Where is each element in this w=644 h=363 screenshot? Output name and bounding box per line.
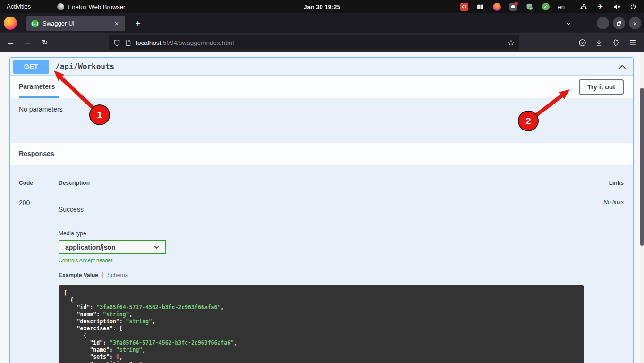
flame-app-icon[interactable] bbox=[493, 3, 501, 11]
endpoint-path: /api/Workouts bbox=[55, 62, 618, 71]
url-path: :5094/swagger/index.html bbox=[161, 39, 234, 46]
tracking-protection-shield-icon[interactable] bbox=[113, 39, 120, 46]
tab-schema[interactable]: Schema bbox=[107, 272, 128, 278]
tab-swagger-ui[interactable]: {…} Swagger UI × bbox=[26, 16, 125, 31]
updates-ready-icon[interactable]: ✓ bbox=[542, 2, 550, 11]
annotation-step-2: 2 bbox=[518, 111, 539, 131]
discord-icon[interactable] bbox=[509, 3, 517, 11]
page-info-icon[interactable] bbox=[125, 39, 131, 46]
back-button[interactable]: ← bbox=[5, 36, 17, 49]
discord-notification-badge bbox=[515, 2, 518, 5]
window-minimize-button[interactable]: – bbox=[597, 17, 609, 29]
pocket-icon[interactable] bbox=[576, 36, 588, 49]
example-code: [ { "id": "3fa85f64-5717-4562-b3fc-2c963… bbox=[59, 285, 584, 363]
tab-example-value[interactable]: Example Value bbox=[59, 272, 98, 278]
example-schema-tabs: Example Value Schema bbox=[59, 272, 584, 278]
bookmark-star-icon[interactable]: ☆ bbox=[508, 38, 515, 48]
firefox-logo-icon bbox=[4, 17, 17, 30]
tab-parameters[interactable]: Parameters bbox=[19, 83, 55, 90]
hamburger-menu-icon[interactable]: ☰ bbox=[627, 36, 639, 49]
responses-section-header: Responses bbox=[10, 143, 633, 165]
swagger-favicon: {…} bbox=[31, 20, 39, 27]
response-code: 200 bbox=[19, 193, 59, 363]
url-host: localhost bbox=[136, 39, 161, 46]
new-tab-button[interactable]: + bbox=[131, 17, 144, 30]
list-all-tabs-icon[interactable] bbox=[562, 17, 575, 30]
network-icon[interactable] bbox=[579, 2, 588, 11]
parameters-section-header: Parameters Try it out bbox=[10, 76, 633, 98]
response-description-cell: Success Media type application/json Cont… bbox=[59, 193, 584, 363]
volume-icon[interactable] bbox=[612, 2, 621, 11]
media-type-label: Media type bbox=[59, 230, 584, 237]
tab-close-icon[interactable]: × bbox=[112, 19, 121, 28]
responses-title: Responses bbox=[19, 150, 54, 157]
opblock-get-workouts: GET /api/Workouts Parameters Try it out … bbox=[9, 57, 634, 363]
airplane-mode-icon[interactable]: ✈ bbox=[596, 2, 604, 11]
accept-header-hint: Controls Accept header. bbox=[59, 258, 584, 263]
shield-check-icon[interactable] bbox=[525, 2, 534, 11]
column-header-links: Links bbox=[584, 180, 624, 193]
book-app-icon[interactable] bbox=[476, 2, 485, 11]
responses-table-header: Code Description Links bbox=[19, 180, 624, 193]
reload-button[interactable]: ↻ bbox=[39, 36, 51, 49]
media-type-value: application/json bbox=[65, 243, 116, 251]
select-chevron-icon bbox=[154, 245, 160, 249]
tab-divider bbox=[102, 272, 103, 278]
media-type-select[interactable]: application/json bbox=[59, 240, 166, 254]
page-scrollbar[interactable] bbox=[640, 52, 644, 363]
extensions-puzzle-icon[interactable] bbox=[609, 36, 621, 49]
discord-face bbox=[511, 5, 515, 8]
scrollbar-thumb[interactable] bbox=[640, 88, 644, 246]
operation-summary[interactable]: GET /api/Workouts bbox=[10, 58, 633, 76]
try-it-out-button[interactable]: Try it out bbox=[579, 79, 624, 95]
annotation-step-1: 1 bbox=[89, 104, 110, 125]
browser-navigation-bar: ← → ↻ localhost:5094/swagger/index.html … bbox=[0, 33, 644, 52]
forward-button[interactable]: → bbox=[22, 36, 34, 49]
url-bar[interactable]: localhost:5094/swagger/index.html ☆ bbox=[109, 35, 519, 50]
keyboard-layout-indicator[interactable]: en bbox=[558, 3, 565, 10]
column-header-code: Code bbox=[19, 180, 59, 193]
response-row-200: 200 Success Media type application/json … bbox=[19, 193, 624, 363]
code-app-icon[interactable] bbox=[460, 3, 468, 11]
swagger-page: GET /api/Workouts Parameters Try it out … bbox=[0, 52, 644, 363]
active-tab-underline bbox=[19, 96, 59, 98]
http-method-badge[interactable]: GET bbox=[13, 60, 49, 74]
column-header-description: Description bbox=[59, 180, 584, 193]
response-links: No links bbox=[584, 193, 624, 363]
system-tray: ✓ en ✈ bbox=[460, 2, 644, 11]
browser-tab-bar: {…} Swagger UI × + – × bbox=[0, 13, 644, 33]
no-parameters-text: No parameters bbox=[19, 105, 63, 113]
url-text[interactable]: localhost:5094/swagger/index.html bbox=[136, 39, 504, 46]
downloads-icon[interactable] bbox=[593, 36, 605, 49]
window-close-button[interactable]: × bbox=[629, 17, 641, 29]
tab-title: Swagger UI bbox=[42, 20, 112, 27]
responses-body: Code Description Links 200 Success Media… bbox=[10, 180, 633, 363]
window-restore-button[interactable] bbox=[613, 17, 625, 29]
system-top-bar: Activities Firefox Web Browser Jan 30 19… bbox=[0, 0, 644, 13]
response-description: Success bbox=[59, 206, 584, 213]
power-icon[interactable] bbox=[629, 2, 637, 11]
collapse-chevron-icon[interactable] bbox=[618, 63, 627, 70]
